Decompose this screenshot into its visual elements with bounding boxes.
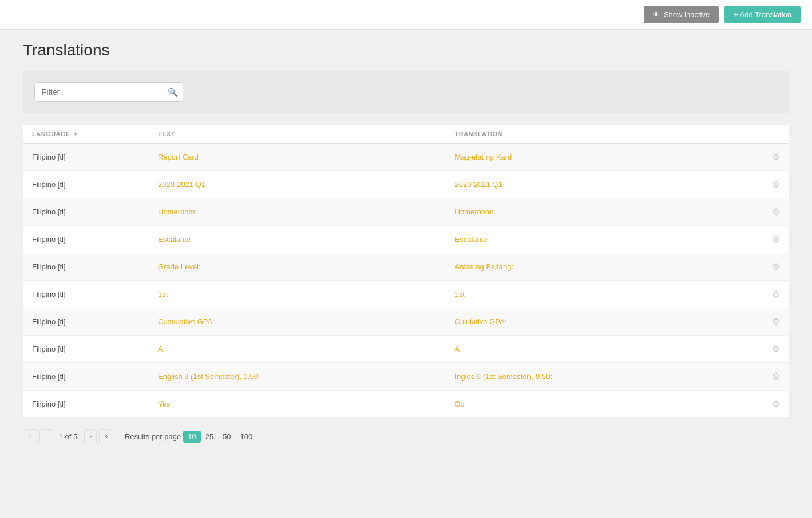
cell-actions: ⚙	[751, 371, 780, 382]
cell-text: Yes	[158, 400, 455, 408]
col-header-translation: Translation	[455, 130, 752, 137]
table-row: Filipino [tl] Homeroom: Homeroom: ⚙	[23, 198, 789, 226]
show-inactive-label: Show inactive	[664, 10, 710, 19]
gear-icon[interactable]: ⚙	[772, 289, 780, 300]
cell-text: A	[158, 345, 455, 353]
cell-text: Report Card	[158, 153, 455, 161]
cell-text: Cumulative GPA:	[158, 317, 455, 326]
cell-translation: Mag-ulat ng Kard	[455, 153, 752, 161]
eye-icon: 👁	[653, 10, 660, 19]
cell-actions: ⚙	[751, 152, 780, 162]
cell-translation: Homeroom:	[455, 208, 752, 216]
per-page-option-100[interactable]: 100	[236, 431, 258, 443]
table-row: Filipino [tl] English 9 (1st Semester), …	[23, 363, 789, 391]
filter-wrapper: 🔍	[34, 82, 183, 102]
col-header-text: Text	[158, 130, 455, 137]
add-translation-label: + Add Translation	[734, 10, 791, 19]
cell-text: Grade Level:	[158, 262, 455, 271]
table-row: Filipino [tl] Escalante Escalante ⚙	[23, 226, 789, 253]
table-container: Language ▼ Text Translation Filipino [tl…	[23, 125, 789, 418]
cell-language: Filipino [tl]	[32, 345, 158, 353]
cell-actions: ⚙	[751, 179, 780, 190]
cell-actions: ⚙	[751, 261, 780, 272]
table-row: Filipino [tl] A A ⚙	[23, 336, 789, 363]
results-per-page-label: Results per page	[125, 432, 181, 441]
cell-language: Filipino [tl]	[32, 153, 158, 161]
cell-language: Filipino [tl]	[32, 290, 158, 298]
table-row: Filipino [tl] 1st 1st ⚙	[23, 281, 789, 308]
gear-icon[interactable]: ⚙	[772, 206, 780, 217]
page-info: 1 of 5	[59, 432, 78, 441]
cell-translation: Cululative GPA:	[455, 317, 752, 326]
cell-actions: ⚙	[751, 399, 780, 409]
cell-translation: Antas ng Baitang:	[455, 262, 752, 271]
filter-input[interactable]	[34, 82, 183, 102]
cell-translation: 1st	[455, 290, 752, 298]
gear-icon[interactable]: ⚙	[772, 179, 780, 190]
table-row: Filipino [tl] Report Card Mag-ulat ng Ka…	[23, 144, 789, 171]
table-row: Filipino [tl] 2020-2021 Q1 2020-2021 Q1 …	[23, 171, 789, 198]
cell-language: Filipino [tl]	[32, 262, 158, 271]
gear-icon[interactable]: ⚙	[772, 261, 780, 272]
gear-icon[interactable]: ⚙	[772, 344, 780, 354]
cell-actions: ⚙	[751, 206, 780, 217]
cell-text: Escalante	[158, 235, 455, 244]
show-inactive-button[interactable]: 👁 Show inactive	[644, 6, 719, 23]
gear-icon[interactable]: ⚙	[772, 399, 780, 409]
first-page-button[interactable]: «	[23, 429, 37, 443]
sort-arrow-icon: ▼	[73, 131, 78, 137]
cell-text: English 9 (1st Semester), 0.50:	[158, 372, 455, 381]
cell-translation: Ingles 9 (1st Semester), 0.50:	[455, 372, 752, 381]
cell-language: Filipino [tl]	[32, 180, 158, 189]
cell-translation: Oo	[455, 400, 752, 408]
gear-icon[interactable]: ⚙	[772, 316, 780, 327]
cell-actions: ⚙	[751, 234, 780, 245]
table-body: Filipino [tl] Report Card Mag-ulat ng Ka…	[23, 144, 789, 418]
cell-translation: A	[455, 345, 752, 353]
cell-language: Filipino [tl]	[32, 400, 158, 408]
cell-language: Filipino [tl]	[32, 235, 158, 244]
page-container: Translations 🔍 Language ▼ Text Translati…	[0, 30, 812, 472]
cell-translation: Escalante	[455, 235, 752, 244]
pagination-section: « ‹ 1 of 5 › » Results per page 10255010…	[23, 418, 789, 449]
cell-actions: ⚙	[751, 289, 780, 300]
prev-page-button[interactable]: ‹	[39, 429, 52, 443]
cell-text: 2020-2021 Q1	[158, 180, 455, 189]
cell-text: Homeroom:	[158, 208, 455, 216]
cell-actions: ⚙	[751, 344, 780, 354]
table-row: Filipino [tl] Grade Level: Antas ng Bait…	[23, 253, 789, 281]
page-title: Translations	[23, 41, 789, 59]
next-page-button[interactable]: ›	[84, 429, 97, 443]
add-translation-button[interactable]: + Add Translation	[724, 6, 801, 23]
table-row: Filipino [tl] Cumulative GPA: Cululative…	[23, 308, 789, 336]
search-icon[interactable]: 🔍	[168, 87, 177, 97]
per-page-option-50[interactable]: 50	[218, 431, 235, 443]
top-bar: 👁 Show inactive + Add Translation	[0, 0, 812, 30]
table-header: Language ▼ Text Translation	[23, 125, 789, 144]
gear-icon[interactable]: ⚙	[772, 152, 780, 162]
per-page-option-25[interactable]: 25	[201, 431, 218, 443]
cell-language: Filipino [tl]	[32, 317, 158, 326]
cell-language: Filipino [tl]	[32, 372, 158, 381]
cell-translation: 2020-2021 Q1	[455, 180, 752, 189]
filter-section: 🔍	[23, 71, 789, 113]
per-page-options: 102550100	[183, 431, 257, 443]
cell-language: Filipino [tl]	[32, 208, 158, 216]
cell-text: 1st	[158, 290, 455, 298]
table-row: Filipino [tl] Yes Oo ⚙	[23, 391, 789, 418]
col-header-language[interactable]: Language ▼	[32, 130, 158, 137]
gear-icon[interactable]: ⚙	[772, 234, 780, 245]
cell-actions: ⚙	[751, 316, 780, 327]
last-page-button[interactable]: »	[99, 429, 113, 443]
per-page-option-10[interactable]: 10	[183, 431, 200, 443]
gear-icon[interactable]: ⚙	[772, 371, 780, 382]
